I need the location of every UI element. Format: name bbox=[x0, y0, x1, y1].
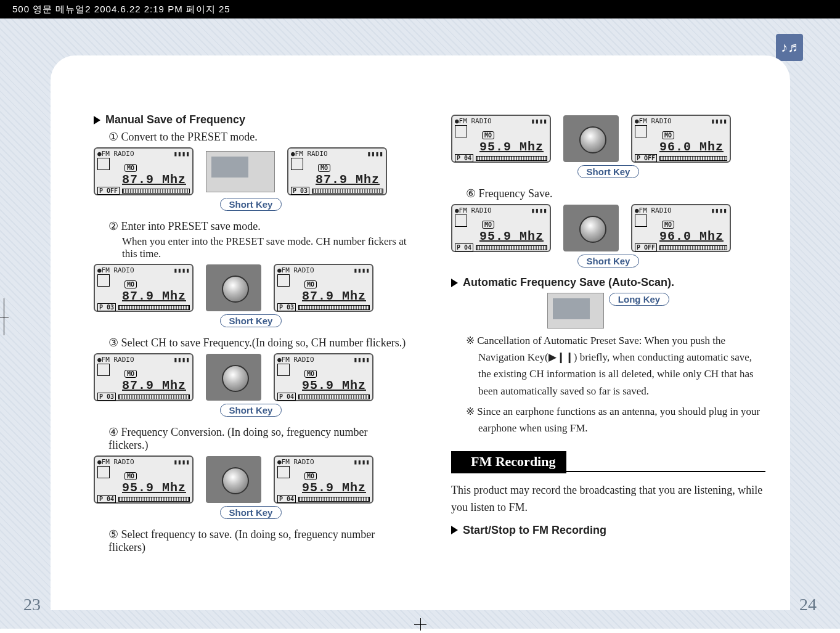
lcd-screen: ●FM RADIO▮▮▮▮ MO 96.0 Mhz P OFF bbox=[631, 115, 731, 163]
note-1: ※ Cancellation of Automatic Preset Save:… bbox=[466, 332, 765, 399]
header-text: 500 영문 메뉴얼2 2004.6.22 2:19 PM 페이지 25 bbox=[12, 4, 230, 15]
lcd-screen: ●FM RADIO▮▮▮▮ MO 95.9 Mhz P 04 bbox=[451, 204, 551, 252]
lcd-screen: ●FM RADIO▮▮▮▮ MO 87.9 Mhz P 03 bbox=[94, 264, 194, 312]
joystick-icon bbox=[563, 205, 619, 251]
lcd-screen: ●FM RADIO▮▮▮▮ MO 95.9 Mhz P 04 bbox=[274, 455, 373, 504]
left-column: Manual Save of Frequency ① Convert to th… bbox=[94, 111, 408, 557]
long-key-badge: Long Key bbox=[609, 293, 669, 306]
triangle-icon bbox=[94, 116, 100, 125]
step-4: ④ Frequency Conversion. (In doing so, fr… bbox=[108, 425, 408, 452]
section-intro: This product may record the broadcasting… bbox=[451, 482, 765, 517]
short-key-badge: Short Key bbox=[220, 404, 282, 417]
page-number-right: 24 bbox=[799, 595, 817, 615]
manual-save-heading: Manual Save of Frequency bbox=[94, 113, 408, 126]
joystick-icon bbox=[206, 456, 261, 503]
short-key-badge: Short Key bbox=[220, 198, 282, 211]
step1-screens: ●FM RADIO▮▮▮▮ MO 87.9 Mhz P OFF ●FM RADI… bbox=[94, 147, 408, 195]
crop-mark-left bbox=[0, 292, 14, 341]
step-2: ② Enter into PRESET save mode. bbox=[108, 219, 408, 233]
lcd-screen: ●FM RADIO▮▮▮▮ MO 87.9 Mhz P OFF bbox=[94, 147, 194, 195]
device-icon bbox=[547, 293, 604, 329]
step3-screens: ●FM RADIO▮▮▮▮ MO 87.9 Mhz P 03 ●FM RADIO… bbox=[94, 353, 408, 401]
fm-recording-heading: Start/Stop to FM Recording bbox=[451, 524, 765, 537]
lcd-screen: ●FM RADIO▮▮▮▮ MO 96.0 Mhz P OFF bbox=[631, 204, 731, 252]
page-number-left: 23 bbox=[23, 595, 41, 615]
auto-scan-heading: Automatic Frequency Save (Auto-Scan). bbox=[451, 276, 765, 289]
short-key-badge: Short Key bbox=[577, 165, 640, 178]
short-key-badge: Short Key bbox=[577, 255, 640, 267]
triangle-icon bbox=[451, 526, 458, 534]
lcd-screen: ●FM RADIO▮▮▮▮ MO 95.9 Mhz P 04 bbox=[94, 455, 194, 504]
step4-screens: ●FM RADIO▮▮▮▮ MO 95.9 Mhz P 04 ●FM RADIO… bbox=[94, 455, 408, 504]
step6-screens: ●FM RADIO▮▮▮▮ MO 95.9 Mhz P 04 ●FM RADIO… bbox=[451, 204, 765, 252]
square-icon bbox=[451, 451, 465, 473]
lcd-screen: ●FM RADIO▮▮▮▮ MO 87.9 Mhz P 03 bbox=[274, 264, 373, 312]
crop-mark-bottom bbox=[414, 618, 426, 631]
step-1: ① Convert to the PRESET mode. bbox=[108, 130, 408, 144]
triangle-icon bbox=[451, 279, 458, 287]
joystick-icon bbox=[206, 264, 261, 311]
note-2: ※ Since an earphone functions as an ante… bbox=[466, 403, 765, 436]
page-content: Manual Save of Frequency ① Convert to th… bbox=[51, 55, 790, 610]
joystick-icon bbox=[563, 115, 619, 162]
short-key-badge: Short Key bbox=[220, 314, 282, 327]
step-3: ③ Select CH to save Frequency.(In doing … bbox=[108, 336, 408, 349]
lcd-screen: ●FM RADIO▮▮▮▮ MO 87.9 Mhz P 03 bbox=[287, 147, 387, 195]
long-key-row: Long Key bbox=[451, 293, 765, 329]
step5-screens: ●FM RADIO▮▮▮▮ MO 95.9 Mhz P 04 ●FM RADIO… bbox=[451, 115, 765, 163]
lcd-screen: ●FM RADIO▮▮▮▮ MO 95.9 Mhz P 04 bbox=[274, 353, 373, 401]
registration-mark-icon bbox=[426, 2, 439, 15]
step-2-note: When you enter into the PRESET save mode… bbox=[122, 235, 408, 260]
joystick-icon bbox=[206, 354, 261, 401]
device-icon bbox=[206, 151, 275, 192]
lcd-screen: ●FM RADIO▮▮▮▮ MO 87.9 Mhz P 03 bbox=[94, 353, 194, 401]
step-6: ⑥ Frequency Save. bbox=[466, 187, 765, 200]
lcd-screen: ●FM RADIO▮▮▮▮ MO 95.9 Mhz P 04 bbox=[451, 115, 551, 163]
section-heading: FM Recording bbox=[451, 451, 765, 473]
step2-screens: ●FM RADIO▮▮▮▮ MO 87.9 Mhz P 03 ●FM RADIO… bbox=[94, 264, 408, 312]
short-key-badge: Short Key bbox=[220, 506, 282, 519]
step-5: ⑤ Select frequency to save. (In doing so… bbox=[108, 528, 408, 554]
right-column: ●FM RADIO▮▮▮▮ MO 95.9 Mhz P 04 ●FM RADIO… bbox=[451, 111, 765, 557]
